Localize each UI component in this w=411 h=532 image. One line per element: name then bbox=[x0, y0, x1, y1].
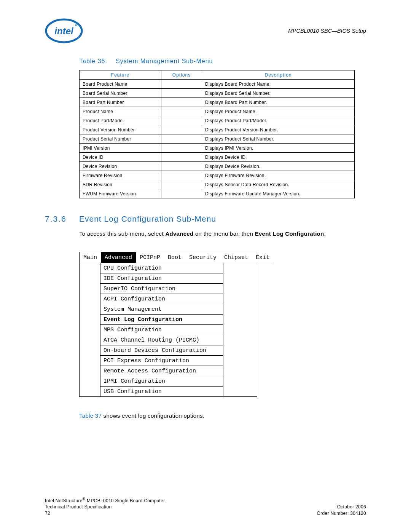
bios-item[interactable]: ACPI Configuration bbox=[100, 294, 223, 304]
cell-description: Displays IPMI Version. bbox=[202, 144, 355, 153]
cell-feature: Product Name bbox=[80, 107, 161, 116]
table36: Feature Options Description Board Produc… bbox=[79, 70, 355, 198]
table-row: Board Product NameDisplays Board Product… bbox=[80, 80, 355, 89]
footer-left: Intel NetStructure® MPCBL0010 Single Boa… bbox=[45, 497, 165, 517]
bios-menu-figure: MainAdvancedPCIPnPBootSecurityChipsetExi… bbox=[79, 252, 257, 397]
cell-feature: Product Serial Number bbox=[80, 134, 161, 144]
table-row: Board Serial NumberDisplays Board Serial… bbox=[80, 89, 355, 98]
table36-caption-num: Table 36. bbox=[79, 58, 116, 65]
bios-item[interactable]: CPU Configuration bbox=[100, 263, 223, 273]
cell-description: Displays Product Name. bbox=[202, 107, 355, 116]
section-heading: 7.3.6 Event Log Configuration Sub-Menu bbox=[45, 214, 366, 224]
bios-item[interactable]: Event Log Configuration bbox=[100, 315, 223, 325]
cell-feature: Board Part Number bbox=[80, 98, 161, 107]
table36-caption-title: System Management Sub-Menu bbox=[116, 58, 213, 64]
cell-description: Displays Product Version Number. bbox=[202, 125, 355, 134]
bios-item[interactable]: PCI Express Configuration bbox=[100, 356, 223, 366]
cell-feature: Firmware Revision bbox=[80, 171, 161, 180]
bios-item[interactable]: ATCA Channel Routing (PICMG) bbox=[100, 335, 223, 345]
bios-tab-main[interactable]: Main bbox=[80, 252, 101, 263]
cell-options bbox=[161, 125, 202, 134]
cell-description: Displays Product Part/Model. bbox=[202, 116, 355, 125]
page-footer: Intel NetStructure® MPCBL0010 Single Boa… bbox=[45, 489, 366, 532]
cell-description: Displays Product Serial Number. bbox=[202, 134, 355, 144]
bios-item[interactable]: SuperIO Configuration bbox=[100, 284, 223, 294]
cell-options bbox=[161, 144, 202, 153]
table-row: Product Serial NumberDisplays Product Se… bbox=[80, 134, 355, 144]
table-row: Product NameDisplays Product Name. bbox=[80, 107, 355, 116]
cell-options bbox=[161, 134, 202, 144]
cell-description: Displays Board Part Number. bbox=[202, 98, 355, 107]
cell-feature: Device ID bbox=[80, 153, 161, 162]
bios-item[interactable]: IDE Configuration bbox=[100, 273, 223, 284]
cell-description: Displays Firmware Revision. bbox=[202, 171, 355, 180]
section-number: 7.3.6 bbox=[45, 214, 79, 224]
cell-feature: Product Version Number bbox=[80, 125, 161, 134]
table37-link[interactable]: Table 37 bbox=[79, 412, 102, 419]
bios-item[interactable]: Remote Access Configuration bbox=[100, 366, 223, 376]
table-row: Board Part NumberDisplays Board Part Num… bbox=[80, 98, 355, 107]
cell-feature: FWUM Firmware Version bbox=[80, 189, 161, 198]
section-body: To access this sub-menu, select Advanced… bbox=[79, 230, 366, 238]
bios-tab-security[interactable]: Security bbox=[185, 252, 220, 263]
page-header: intel R MPCBL0010 SBC—BIOS Setup bbox=[45, 18, 366, 43]
bios-item[interactable]: On-board Devices Configuration bbox=[100, 345, 223, 356]
table-row: IPMI VersionDisplays IPMI Version. bbox=[80, 144, 355, 153]
cell-options bbox=[161, 80, 202, 89]
table-row: Firmware RevisionDisplays Firmware Revis… bbox=[80, 171, 355, 180]
bios-tab-boot[interactable]: Boot bbox=[164, 252, 185, 263]
table37-reference: Table 37 shows event log configuration o… bbox=[79, 412, 366, 419]
cell-options bbox=[161, 189, 202, 198]
table-row: Device IDDisplays Device ID. bbox=[80, 153, 355, 162]
cell-options bbox=[161, 107, 202, 116]
table36-header-feature: Feature bbox=[80, 70, 161, 80]
cell-feature: IPMI Version bbox=[80, 144, 161, 153]
bios-item[interactable]: IPMI Configuration bbox=[100, 376, 223, 387]
cell-options bbox=[161, 162, 202, 171]
header-doc-title: MPCBL0010 SBC—BIOS Setup bbox=[288, 28, 366, 34]
bios-item[interactable]: System Management bbox=[100, 304, 223, 315]
bios-item[interactable]: USB Configuration bbox=[100, 387, 223, 396]
table-row: Product Part/ModelDisplays Product Part/… bbox=[80, 116, 355, 125]
cell-options bbox=[161, 171, 202, 180]
table36-header-options: Options bbox=[161, 70, 202, 80]
table36-caption: Table 36.System Management Sub-Menu bbox=[79, 58, 366, 65]
bios-menu-bar: MainAdvancedPCIPnPBootSecurityChipsetExi… bbox=[80, 252, 257, 263]
cell-feature: Board Product Name bbox=[80, 80, 161, 89]
table36-header-description: Description bbox=[202, 70, 355, 80]
cell-options bbox=[161, 153, 202, 162]
table-row: Product Version NumberDisplays Product V… bbox=[80, 125, 355, 134]
bios-tab-advanced[interactable]: Advanced bbox=[101, 252, 136, 263]
footer-right: October 2006 Order Number: 304120 bbox=[317, 504, 366, 517]
svg-text:R: R bbox=[75, 24, 77, 27]
cell-options bbox=[161, 180, 202, 189]
svg-text:intel: intel bbox=[54, 26, 74, 36]
cell-description: Displays Device ID. bbox=[202, 153, 355, 162]
bios-tab-chipset[interactable]: Chipset bbox=[220, 252, 252, 263]
cell-description: Displays Board Serial Number. bbox=[202, 89, 355, 98]
cell-options bbox=[161, 116, 202, 125]
cell-options bbox=[161, 98, 202, 107]
table-row: Device RevisionDisplays Device Revision. bbox=[80, 162, 355, 171]
bios-tab-pcipnp[interactable]: PCIPnP bbox=[136, 252, 164, 263]
section-title: Event Log Configuration Sub-Menu bbox=[79, 214, 216, 224]
cell-description: Displays Board Product Name. bbox=[202, 80, 355, 89]
bios-item[interactable]: MPS Configuration bbox=[100, 325, 223, 335]
cell-feature: SDR Revision bbox=[80, 180, 161, 189]
intel-logo-icon: intel R bbox=[45, 18, 83, 43]
cell-description: Displays Device Revision. bbox=[202, 162, 355, 171]
bios-tab-exit[interactable]: Exit bbox=[252, 252, 273, 263]
cell-options bbox=[161, 89, 202, 98]
table-row: FWUM Firmware VersionDisplays Firmware U… bbox=[80, 189, 355, 198]
cell-description: Displays Firmware Update Manager Version… bbox=[202, 189, 355, 198]
bios-submenu-list: CPU ConfigurationIDE ConfigurationSuperI… bbox=[100, 263, 223, 396]
cell-feature: Board Serial Number bbox=[80, 89, 161, 98]
table-row: SDR RevisionDisplays Sensor Data Record … bbox=[80, 180, 355, 189]
cell-description: Displays Sensor Data Record Revision. bbox=[202, 180, 355, 189]
cell-feature: Product Part/Model bbox=[80, 116, 161, 125]
cell-feature: Device Revision bbox=[80, 162, 161, 171]
